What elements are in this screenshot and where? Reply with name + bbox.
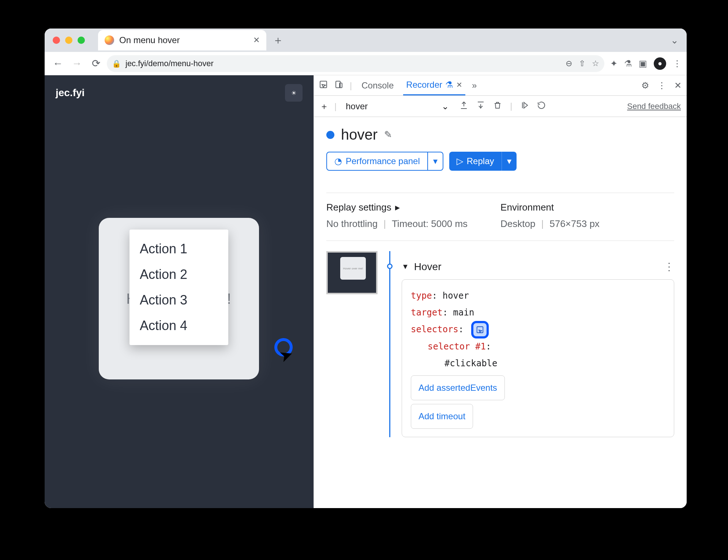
environment-heading: Environment: [500, 202, 554, 213]
timeline-node-icon: [387, 264, 393, 269]
menu-item[interactable]: Action 1: [130, 236, 228, 262]
device-value: Desktop: [500, 218, 535, 230]
step-menu-button[interactable]: ⋮: [664, 261, 674, 273]
step-header[interactable]: ▼ Hover ⋮: [402, 251, 674, 273]
performance-panel-button[interactable]: ◔ Performance panel ▾: [326, 152, 443, 171]
tab-console[interactable]: Console: [359, 75, 397, 95]
labs-icon[interactable]: ⚗: [624, 58, 632, 69]
profile-avatar[interactable]: ●: [654, 57, 666, 70]
add-timeout-button[interactable]: Add timeout: [411, 404, 473, 429]
throttling-value: No throttling: [326, 218, 378, 230]
new-tab-button[interactable]: ＋: [270, 32, 286, 48]
url-text: jec.fyi/demo/menu-hover: [125, 59, 214, 68]
page-viewport: jec.fyi ☀ Hover over me! Action 1 Action…: [45, 75, 314, 508]
recorder-toolbar: ＋ | hover ⌄ |: [314, 96, 687, 117]
step-icon[interactable]: [520, 101, 529, 112]
recorder-body: hover ✎ ◔ Performance panel ▾ ▷: [314, 117, 687, 508]
menu-item[interactable]: Action 3: [130, 287, 228, 313]
viewport-value: 576×753 px: [549, 218, 600, 230]
address-bar[interactable]: 🔒 jec.fyi/demo/menu-hover ⊖ ⇧ ☆: [107, 55, 604, 72]
device-toolbar-icon[interactable]: [334, 80, 343, 91]
screenshot-thumbnail[interactable]: Hover over me!: [326, 251, 378, 294]
close-tab-button[interactable]: ✕: [253, 35, 260, 45]
dropdown-menu: Action 1 Action 2 Action 3 Action 4: [130, 230, 228, 345]
performance-panel-label: Performance panel: [346, 156, 420, 166]
prop-val-target[interactable]: main: [453, 307, 474, 318]
toolbar: ← → ⟳ 🔒 jec.fyi/demo/menu-hover ⊖ ⇧ ☆ ✦ …: [45, 52, 687, 75]
close-window-button[interactable]: [53, 37, 60, 44]
tabs-menu-button[interactable]: ⌄: [671, 35, 679, 46]
favicon-icon: [105, 35, 114, 45]
delete-icon[interactable]: [493, 101, 502, 112]
import-icon[interactable]: [476, 101, 485, 112]
browser-tab[interactable]: On menu hover ✕: [98, 30, 266, 50]
performance-dropdown-button[interactable]: ▾: [427, 152, 443, 170]
settings-icon[interactable]: ⚙: [641, 80, 649, 91]
edit-icon[interactable]: ✎: [384, 129, 392, 140]
more-tabs-icon[interactable]: »: [472, 80, 477, 91]
chevron-right-icon: ▸: [395, 202, 400, 213]
send-feedback-link[interactable]: Send feedback: [627, 102, 681, 111]
slow-replay-icon[interactable]: [537, 101, 546, 112]
step-name: Hover: [414, 261, 442, 273]
content-split: jec.fyi ☀ Hover over me! Action 1 Action…: [45, 75, 687, 508]
maximize-window-button[interactable]: [78, 37, 85, 44]
omnibox-actions: ⊖ ⇧ ☆: [566, 59, 599, 68]
action-buttons: ◔ Performance panel ▾ ▷ Replay ▾: [326, 152, 674, 171]
share-icon[interactable]: ⇧: [579, 59, 585, 68]
forward-button[interactable]: →: [69, 56, 85, 72]
minimize-window-button[interactable]: [65, 37, 72, 44]
replay-dropdown-button[interactable]: ▾: [502, 152, 517, 171]
labs-icon: ⚗: [445, 80, 453, 90]
chrome-menu-button[interactable]: ⋮: [673, 58, 682, 69]
settings-strip: Replay settings ▸ No throttling | Timeou…: [326, 193, 674, 241]
new-recording-button[interactable]: ＋: [320, 101, 329, 112]
prop-key-selectors: selectors: [411, 324, 458, 334]
element-picker-button[interactable]: [471, 321, 489, 338]
devtools-panel: | Console Recorder ⚗ ✕ » ⚙ ⋮ ✕ ＋: [314, 75, 687, 508]
tab-recorder-label: Recorder: [406, 80, 442, 90]
prop-val-type[interactable]: hover: [443, 291, 469, 301]
reload-button[interactable]: ⟳: [88, 56, 104, 72]
bookmark-icon[interactable]: ☆: [592, 59, 599, 68]
timeout-value: Timeout: 5000 ms: [392, 218, 468, 230]
site-name: jec.fyi: [56, 87, 85, 99]
timeline-line: [389, 251, 390, 437]
extension-area: ✦ ⚗ ▣ ● ⋮: [610, 57, 682, 70]
collapse-icon[interactable]: ▼: [402, 262, 409, 271]
recording-select[interactable]: hover ⌄: [342, 99, 452, 113]
prop-key-type: type: [411, 291, 432, 301]
back-button[interactable]: ←: [50, 56, 66, 72]
close-devtools-icon[interactable]: ✕: [674, 80, 682, 91]
titlebar: On menu hover ✕ ＋ ⌄: [45, 29, 687, 52]
recording-select-value: hover: [346, 101, 438, 111]
side-panel-icon[interactable]: ▣: [639, 58, 647, 69]
menu-item[interactable]: Action 2: [130, 262, 228, 287]
tab-recorder[interactable]: Recorder ⚗ ✕: [403, 75, 465, 95]
close-tab-icon[interactable]: ✕: [456, 80, 462, 89]
thumb-text: Hover over me!: [340, 257, 366, 280]
replay-settings-section[interactable]: Replay settings ▸ No throttling | Timeou…: [326, 202, 468, 230]
selector-value[interactable]: #clickable: [444, 358, 498, 368]
gauge-icon: ◔: [334, 156, 342, 166]
menu-item[interactable]: Action 4: [130, 313, 228, 338]
theme-toggle-button[interactable]: ☀: [285, 84, 303, 102]
recording-title: hover: [341, 126, 378, 143]
replay-button[interactable]: ▷ Replay ▾: [449, 152, 517, 171]
zoom-icon[interactable]: ⊖: [566, 59, 572, 68]
export-icon[interactable]: [459, 101, 468, 112]
add-asserted-events-button[interactable]: Add assertedEvents: [411, 375, 505, 400]
devtools-menu-icon[interactable]: ⋮: [657, 80, 666, 91]
selector-label: selector #1: [428, 341, 486, 352]
step-details: type: hover target: main selectors:: [402, 279, 674, 437]
lock-icon: 🔒: [112, 59, 121, 68]
browser-window: On menu hover ✕ ＋ ⌄ ← → ⟳ 🔒 jec.fyi/demo…: [45, 29, 687, 508]
recording-title-row: hover ✎: [326, 126, 674, 143]
play-icon: ▷: [457, 156, 463, 166]
recording-status-dot-icon: [326, 131, 334, 139]
extensions-icon[interactable]: ✦: [610, 58, 618, 69]
devtools-tabstrip: | Console Recorder ⚗ ✕ » ⚙ ⋮ ✕: [314, 75, 687, 96]
timeline: Hover over me! ▼ Hover ⋮ type: hover: [326, 251, 674, 437]
prop-key-target: target: [411, 307, 443, 318]
inspect-element-icon[interactable]: [319, 80, 328, 91]
